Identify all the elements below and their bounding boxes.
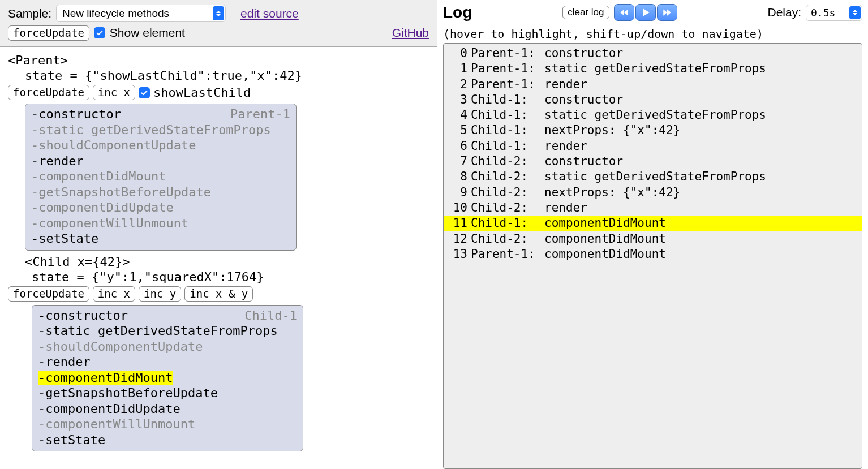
log-entry-component: Parent-1: (471, 77, 544, 92)
lifecycle-item[interactable]: -componentDidMount (38, 370, 297, 386)
log-entry-component: Child-2: (471, 169, 544, 184)
log-entry[interactable]: 3Child-1:constructor (444, 92, 862, 107)
log-entry-number: 12 (448, 231, 467, 247)
log-entry-message: nextProps: {"x":42} (544, 185, 857, 200)
check-icon (96, 29, 104, 37)
sample-label: Sample: (8, 7, 51, 20)
log-entry[interactable]: 7Child-2:constructor (444, 154, 862, 169)
parent-force-update-button[interactable]: forceUpdate (8, 85, 89, 100)
log-entry[interactable]: 4Child-1:static getDerivedStateFromProps (444, 107, 862, 123)
log-entry-number: 5 (448, 123, 467, 138)
step-forward-button[interactable] (657, 4, 677, 21)
parent-lifecycle-panel: Parent-1 -constructor-static getDerivedS… (25, 104, 297, 251)
parent-inc-x-button[interactable]: inc x (93, 85, 135, 100)
child-tag: <Child x={42}> (25, 254, 429, 270)
component-tree: <Parent> state = {"showLastChild":true,"… (0, 47, 437, 469)
log-entry-component: Child-1: (471, 123, 544, 138)
parent-state: state = {"showLastChild":true,"x":42} (25, 68, 429, 84)
log-entry[interactable]: 1Parent-1:static getDerivedStateFromProp… (444, 61, 862, 76)
panel-title: Child-1 (244, 308, 297, 324)
log-entry-message: constructor (544, 92, 857, 107)
log-entry[interactable]: 2Parent-1:render (444, 77, 862, 92)
show-element-label: Show element (110, 26, 185, 40)
log-entry[interactable]: 5Child-1:nextProps: {"x":42} (444, 123, 862, 138)
child-inc-y-button[interactable]: inc y (139, 286, 181, 302)
lifecycle-item[interactable]: -static getDerivedStateFromProps (38, 323, 297, 339)
log-entry-number: 2 (448, 77, 467, 92)
lifecycle-item[interactable]: -componentWillUnmount (31, 216, 290, 231)
log-entry-number: 7 (448, 154, 467, 169)
log-entry-message: constructor (544, 46, 857, 61)
lifecycle-item[interactable]: -getSnapshotBeforeUpdate (31, 184, 290, 200)
log-entry[interactable]: 0Parent-1:constructor (444, 46, 862, 61)
log-entry-number: 1 (448, 61, 467, 76)
show-last-child-checkbox[interactable] (139, 87, 150, 98)
log-entry-number: 11 (448, 216, 467, 231)
child-lifecycle-panel: Child-1 -constructor-static getDerivedSt… (32, 305, 303, 452)
log-entry-number: 0 (448, 46, 467, 61)
log-entry-component: Child-1: (471, 216, 544, 231)
log-title: Log (443, 3, 472, 21)
log-header: Log clear log Delay: 0.5s (443, 3, 862, 21)
log-entry-component: Child-2: (471, 185, 544, 200)
log-entry-component: Child-2: (471, 231, 544, 247)
log-body[interactable]: 0Parent-1:constructor1Parent-1:static ge… (443, 43, 862, 469)
lifecycle-item[interactable]: -setState (38, 432, 297, 448)
child-inc-x-button[interactable]: inc x (93, 286, 135, 302)
log-hint: (hover to highlight, shift-up/down to na… (443, 27, 862, 41)
log-entry-component: Child-1: (471, 139, 544, 154)
lifecycle-item[interactable]: -shouldComponentUpdate (38, 339, 297, 355)
lifecycle-item[interactable]: -render (31, 153, 290, 169)
lifecycle-item[interactable]: -static getDerivedStateFromProps (31, 122, 290, 138)
delay-label: Delay: (767, 6, 801, 19)
log-entry[interactable]: 9Child-2:nextProps: {"x":42} (444, 185, 862, 200)
log-entry-message: static getDerivedStateFromProps (544, 107, 857, 123)
log-entry-number: 8 (448, 169, 467, 184)
sample-select[interactable]: New lifecycle methods (56, 5, 226, 22)
child-force-update-button[interactable]: forceUpdate (8, 286, 89, 302)
log-entry-message: static getDerivedStateFromProps (544, 61, 857, 76)
parent-tag: <Parent> (8, 53, 429, 68)
right-pane: Log clear log Delay: 0.5s (hover to high… (437, 0, 868, 469)
log-entry[interactable]: 11Child-1:componentDidMount (444, 216, 862, 231)
child-inc-xy-button[interactable]: inc x & y (184, 286, 253, 302)
lifecycle-item[interactable]: -getSnapshotBeforeUpdate (38, 385, 297, 401)
show-element-checkbox[interactable] (94, 27, 105, 38)
child-state: state = {"y":1,"squaredX":1764} (32, 269, 429, 285)
lifecycle-item[interactable]: -componentDidMount (31, 169, 290, 184)
log-entry-component: Child-2: (471, 200, 544, 216)
log-entry-message: static getDerivedStateFromProps (544, 169, 857, 184)
log-entry[interactable]: 6Child-1:render (444, 139, 862, 154)
play-button[interactable] (635, 4, 656, 21)
lifecycle-item[interactable]: -componentDidUpdate (38, 401, 297, 417)
fast-forward-icon (662, 7, 672, 18)
log-entry-message: componentDidMount (544, 247, 857, 262)
log-entry-message: componentDidMount (544, 216, 857, 231)
edit-source-link[interactable]: edit source (240, 7, 299, 20)
clear-log-button[interactable]: clear log (562, 6, 609, 19)
log-entry-number: 6 (448, 139, 467, 154)
lifecycle-item[interactable]: -componentDidUpdate (31, 200, 290, 216)
log-entry-number: 10 (448, 200, 467, 216)
log-entry[interactable]: 8Child-2:static getDerivedStateFromProps (444, 169, 862, 184)
log-entry-component: Parent-1: (471, 61, 544, 76)
lifecycle-item[interactable]: -render (38, 354, 297, 370)
lifecycle-item[interactable]: -setState (31, 231, 290, 247)
lifecycle-item[interactable]: -shouldComponentUpdate (31, 137, 290, 153)
log-entry[interactable]: 12Child-2:componentDidMount (444, 231, 862, 247)
step-back-button[interactable] (614, 4, 634, 21)
log-entry-number: 4 (448, 107, 467, 123)
log-entry-message: nextProps: {"x":42} (544, 123, 857, 138)
show-last-child-label: showLastChild (153, 85, 251, 101)
lifecycle-item[interactable]: -componentWillUnmount (38, 416, 297, 432)
log-entry[interactable]: 13Parent-1:componentDidMount (444, 247, 862, 262)
log-entry[interactable]: 10Child-2:render (444, 200, 862, 216)
log-entry-component: Child-1: (471, 107, 544, 123)
delay-select[interactable]: 0.5s (806, 5, 862, 21)
log-entry-component: Child-2: (471, 154, 544, 169)
force-update-button[interactable]: forceUpdate (8, 25, 89, 41)
log-entry-message: render (544, 200, 857, 216)
github-link[interactable]: GitHub (392, 26, 429, 40)
panel-title: Parent-1 (230, 106, 290, 122)
rewind-icon (619, 7, 629, 18)
